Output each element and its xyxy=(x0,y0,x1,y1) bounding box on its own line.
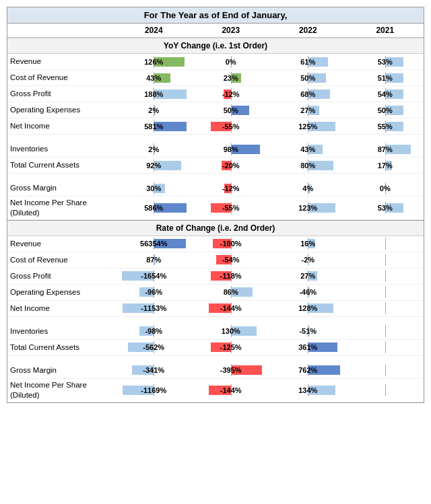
row-label: Gross Profit xyxy=(7,270,115,283)
bar-container: 53% xyxy=(349,56,422,68)
bar-container: -118% xyxy=(195,270,268,282)
data-cell: -562% xyxy=(115,340,193,355)
cell-value: -98% xyxy=(145,327,162,335)
cell-value: 86% xyxy=(224,288,238,296)
cell-value: 128% xyxy=(298,304,317,312)
bar-container xyxy=(349,325,422,337)
bar-container: -562% xyxy=(117,341,191,353)
bar-container: 61% xyxy=(271,56,345,68)
cell-value: 61% xyxy=(300,58,315,66)
bar-container: -55% xyxy=(195,120,268,133)
data-cell: -100% xyxy=(193,236,270,251)
data-cell: 125% xyxy=(269,119,347,134)
data-cell: 27% xyxy=(269,268,347,283)
cell-value: 188% xyxy=(144,90,163,98)
data-cell: 128% xyxy=(269,301,347,316)
table-row: Cost of Revenue43%23%50%51% xyxy=(7,70,424,86)
cell-value: 80% xyxy=(300,161,315,170)
cell-value: -1169% xyxy=(141,386,166,394)
data-cell: 68% xyxy=(269,87,347,102)
cell-value: 51% xyxy=(378,74,393,82)
data-cell: 43% xyxy=(269,142,347,157)
bar-container: 134% xyxy=(271,384,345,396)
cell-value: 53% xyxy=(378,204,393,212)
cell-value: 43% xyxy=(146,74,161,82)
bar-container xyxy=(349,364,422,376)
cell-value: -12% xyxy=(222,184,240,192)
table-row: Gross Profit-1654%-118%27% xyxy=(7,268,424,285)
bar-container: -98% xyxy=(117,325,191,337)
cell-value: 55% xyxy=(378,122,393,131)
data-cell: -118% xyxy=(193,268,270,283)
row-label: Gross Profit xyxy=(7,87,115,100)
table-row: Operating Expenses-96%86%-46% xyxy=(7,285,424,301)
cell-value: 361% xyxy=(298,343,317,351)
data-cell: 2% xyxy=(115,103,193,118)
cell-value: 0% xyxy=(226,58,236,66)
data-cell: 86% xyxy=(193,285,270,299)
data-cell: 0% xyxy=(193,55,270,69)
cell-value: 581% xyxy=(144,122,163,131)
cell-value: -2% xyxy=(301,256,314,264)
bar-container: 87% xyxy=(117,254,191,266)
data-cell xyxy=(347,324,424,338)
data-cell: -1169% xyxy=(115,383,193,398)
data-cell: 126% xyxy=(115,55,193,69)
data-cell: 130% xyxy=(193,324,270,338)
cell-value: 4% xyxy=(302,184,313,192)
data-cell: 17% xyxy=(347,158,424,173)
data-cell xyxy=(347,363,424,377)
data-cell: 80% xyxy=(269,158,347,173)
cell-value: -54% xyxy=(222,256,240,264)
cell-value: 27% xyxy=(300,272,315,280)
section2-header: Rate of Change (i.e. 2nd Order) xyxy=(7,220,424,236)
data-cell: -1153% xyxy=(115,301,193,316)
cell-value: 50% xyxy=(300,74,315,82)
table-row: Gross Margin-341%-395%762% xyxy=(7,363,424,379)
data-cell: -96% xyxy=(115,285,193,299)
bar-container: 68% xyxy=(271,88,345,100)
cell-value: 27% xyxy=(300,106,315,114)
data-cell: 87% xyxy=(115,252,193,267)
row-label: Net Income Per Share (Diluted) xyxy=(7,379,115,402)
row-label: Inventories xyxy=(7,325,115,338)
bar-container: 188% xyxy=(117,88,191,100)
bar-container: -341% xyxy=(117,364,191,376)
cell-value: 16% xyxy=(300,240,315,248)
row-label: Revenue xyxy=(7,238,115,250)
bar-container xyxy=(349,254,422,266)
table-row: Total Current Assets-562%-125%361% xyxy=(7,340,424,356)
bar-container: 23% xyxy=(195,72,268,84)
table-row: Revenue56354%-100%16% xyxy=(7,236,424,252)
row-label: Cost of Revenue xyxy=(7,254,115,266)
cell-value: -1654% xyxy=(141,272,166,280)
cell-value: -55% xyxy=(222,204,240,212)
bar-container: -55% xyxy=(195,202,268,214)
table-row: Net Income Per Share (Diluted)-1169%-144… xyxy=(7,379,424,402)
cell-value: 586% xyxy=(144,204,163,212)
table-row: Net Income Per Share (Diluted)586%-55%12… xyxy=(7,196,424,220)
data-cell: 43% xyxy=(115,71,193,85)
table-row: Revenue126%0%61%53% xyxy=(7,54,424,70)
table-row: Net Income-1153%-144%128% xyxy=(7,301,424,317)
data-cell: -46% xyxy=(269,285,347,299)
bar-container: 55% xyxy=(349,120,422,133)
cell-value: 43% xyxy=(300,145,315,153)
cell-value: -118% xyxy=(220,272,242,280)
table-row: Cost of Revenue87%-54%-2% xyxy=(7,252,424,268)
table-row: Total Current Assets92%-20%80%17% xyxy=(7,157,424,174)
data-cell: 30% xyxy=(115,181,193,196)
bar-container: 130% xyxy=(195,325,268,337)
cell-value: 2% xyxy=(148,106,159,114)
bar-container: -54% xyxy=(195,254,268,266)
table-row: Gross Profit188%-12%68%54% xyxy=(7,86,424,102)
cell-value: 762% xyxy=(298,366,317,374)
cell-value: 68% xyxy=(300,90,315,98)
table-row: Net Income581%-55%125%55% xyxy=(7,118,424,135)
cell-value: 23% xyxy=(224,74,238,82)
column-headers: 2024 2023 2022 2021 xyxy=(7,24,424,38)
bar-container: 27% xyxy=(271,104,345,116)
data-cell: -98% xyxy=(115,324,193,338)
col-empty xyxy=(7,24,115,37)
bar-container xyxy=(349,384,422,396)
